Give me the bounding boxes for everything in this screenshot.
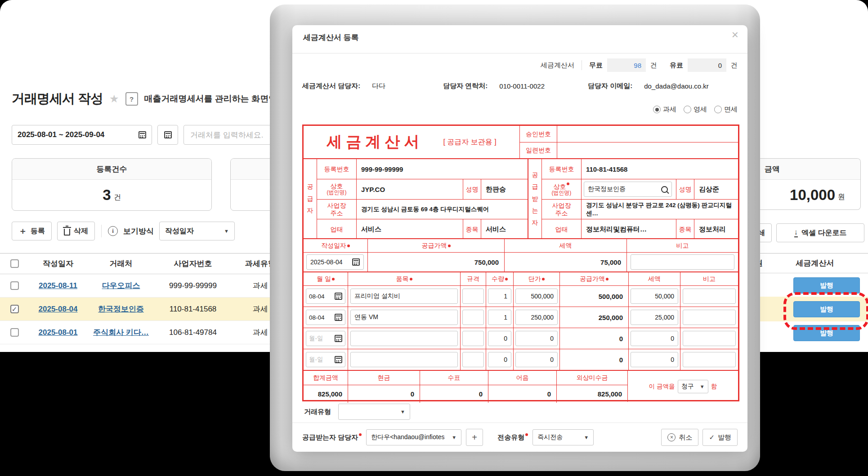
- tax-invoice-form: 세금계산서 [ 공급자 보관용 ] 승인번호 일련번호 공급자 등록번호 999…: [302, 125, 739, 401]
- row-date-link[interactable]: 2025-08-04: [39, 305, 78, 313]
- bill-value: 0: [488, 385, 556, 403]
- buyer-addr: 경기도 성남시 분당구 판교로 242 (삼평동) 판교디지털센…: [582, 200, 738, 219]
- summary-date-input[interactable]: 2025-08-04: [306, 254, 364, 270]
- item-date-placeholder[interactable]: 월-일: [309, 334, 323, 343]
- approval-no-value[interactable]: [557, 126, 738, 142]
- item-supply-value: 250,000: [559, 307, 628, 328]
- item-price-input[interactable]: 0: [515, 352, 558, 367]
- required-dot: [410, 278, 412, 280]
- claim-select[interactable]: 청구 ▼: [678, 380, 708, 393]
- recipient-manager-label: 공급받는자 담당자: [302, 433, 362, 442]
- date-range-input[interactable]: 2025-08-01 ~ 2025-09-04: [12, 125, 152, 145]
- item-note-input[interactable]: [683, 352, 736, 367]
- item-spec-input[interactable]: [462, 289, 484, 304]
- item-date-value[interactable]: 08-04: [309, 293, 325, 300]
- calendar-icon[interactable]: [335, 314, 342, 321]
- excel-download-button[interactable]: ↓ 엑셀 다운로드: [776, 223, 864, 242]
- item-supply-value: 0: [559, 328, 628, 349]
- email-label: 담당자 이메일:: [588, 82, 632, 90]
- add-recipient-button[interactable]: +: [466, 429, 483, 446]
- row-checkbox[interactable]: [10, 281, 19, 290]
- table-row-selected[interactable]: ✓ 2025-08-04 한국정보인증 110-81-41568 과세: [0, 298, 297, 321]
- claim-area: 이 금액을 청구 ▼ 함: [627, 371, 738, 402]
- serial-no-value[interactable]: [557, 142, 738, 158]
- summary-supply-value: 750,000: [367, 253, 504, 271]
- item-name-input[interactable]: 프리미엄 설치비: [350, 289, 458, 304]
- send-type-select[interactable]: 즉시전송 ▼: [532, 429, 594, 445]
- row-date-link[interactable]: 2025-08-11: [39, 281, 77, 290]
- required-dot: [525, 433, 528, 436]
- company-label: 상호(법인명): [317, 179, 357, 199]
- row-partner-link[interactable]: 주식회사 키다…: [93, 328, 149, 337]
- row-checkbox[interactable]: [10, 328, 19, 337]
- item-spec-input[interactable]: [462, 331, 484, 346]
- required-dot: [347, 245, 350, 247]
- download-icon: ↓: [794, 228, 798, 237]
- item-row-empty: 월-일 0 0 0 0: [304, 349, 738, 370]
- row-partner-link[interactable]: 다우오피스: [102, 281, 140, 290]
- modal-issue-button[interactable]: ✓ 발행: [702, 429, 738, 446]
- item-tax-input[interactable]: 0: [631, 352, 678, 367]
- buyer-company-input[interactable]: 한국정보인증: [584, 182, 672, 197]
- cancel-button[interactable]: × 취소: [661, 429, 698, 446]
- sort-select[interactable]: 작성일자 ▼: [159, 222, 235, 240]
- header-date: 작성일자: [29, 258, 87, 269]
- item-spec-input[interactable]: [462, 352, 484, 367]
- close-icon[interactable]: ×: [732, 29, 738, 40]
- item-name-input[interactable]: 연동 VM: [350, 310, 458, 325]
- calendar-icon[interactable]: [352, 258, 360, 266]
- row-partner-link[interactable]: 한국정보인증: [98, 305, 144, 313]
- item-name-input[interactable]: [350, 331, 458, 346]
- item-qty-input[interactable]: 0: [488, 352, 511, 367]
- radio-taxable[interactable]: 과세: [653, 105, 676, 114]
- help-icon[interactable]: ?: [125, 92, 138, 106]
- radio-zero-rate[interactable]: 영세: [684, 105, 707, 114]
- serial-no-label: 일련번호: [520, 142, 557, 158]
- item-qty-input[interactable]: 1: [488, 310, 511, 325]
- item-date-placeholder[interactable]: 월-일: [309, 356, 323, 364]
- search-icon[interactable]: [661, 186, 668, 193]
- recipient-manager-select[interactable]: 한다우<handaou@infiotes ▼: [366, 429, 461, 445]
- item-date-value[interactable]: 08-04: [309, 314, 325, 321]
- row-date-link[interactable]: 2025-08-01: [39, 328, 78, 337]
- favorite-star-icon[interactable]: ★: [109, 93, 119, 104]
- calendar-icon[interactable]: [335, 293, 342, 300]
- calendar-button[interactable]: [157, 125, 178, 145]
- radio-exempt[interactable]: 면세: [714, 105, 738, 114]
- delete-button[interactable]: 삭제: [57, 222, 95, 240]
- chevron-down-icon: ▼: [400, 409, 405, 414]
- modal-header-divider: [292, 53, 747, 53]
- calendar-icon[interactable]: [335, 335, 342, 342]
- radio-selected-icon: [653, 106, 661, 113]
- credit-value: 825,000: [556, 385, 627, 403]
- item-tax-input[interactable]: 0: [631, 331, 678, 346]
- item-price-input[interactable]: 0: [515, 331, 558, 346]
- calendar-icon: [139, 131, 146, 138]
- issue-button[interactable]: 발행: [793, 277, 860, 294]
- trade-type-select[interactable]: ▼: [338, 404, 410, 420]
- item-spec-input[interactable]: [462, 310, 484, 325]
- item-price-input[interactable]: 250,000: [515, 310, 558, 325]
- table-row[interactable]: 2025-08-01 주식회사 키다… 106-81-49784 과세: [0, 321, 297, 344]
- item-qty-input[interactable]: 1: [488, 289, 511, 304]
- summary-supply-header: 공급가액: [367, 239, 504, 252]
- manager-value: 다다: [372, 82, 385, 90]
- calendar-icon[interactable]: [335, 356, 342, 363]
- register-button[interactable]: ＋ 등록: [12, 222, 52, 240]
- item-note-input[interactable]: [683, 289, 736, 304]
- table-row[interactable]: 2025-08-11 다우오피스 999-99-99999 과세: [0, 274, 297, 298]
- item-qty-input[interactable]: 0: [488, 331, 511, 346]
- row-checkbox-checked[interactable]: ✓: [10, 305, 19, 313]
- select-all-checkbox[interactable]: [10, 259, 19, 268]
- modal-title: 세금계산서 등록: [303, 32, 359, 43]
- check-value: 0: [420, 385, 488, 403]
- item-price-input[interactable]: 500,000: [515, 289, 558, 304]
- item-name-input[interactable]: [350, 352, 458, 367]
- summary-note-input[interactable]: [631, 254, 734, 270]
- toolbar-divider: [101, 225, 102, 237]
- item-tax-input[interactable]: 50,000: [631, 289, 678, 304]
- item-note-input[interactable]: [683, 331, 736, 346]
- item-tax-input[interactable]: 25,000: [631, 310, 678, 325]
- item-note-input[interactable]: [683, 310, 736, 325]
- invoice-subtitle: [ 공급자 보관용 ]: [443, 138, 496, 147]
